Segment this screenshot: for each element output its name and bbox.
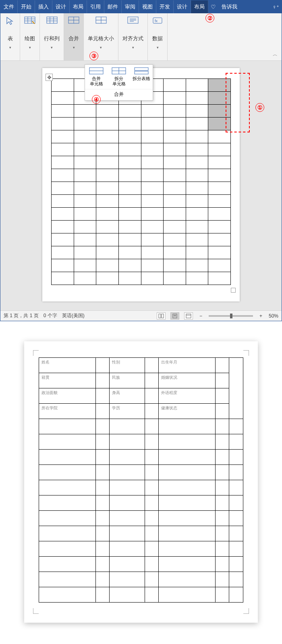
table-cell[interactable] [164,246,186,259]
table-cell[interactable] [74,233,96,246]
table-cell[interactable] [141,208,164,221]
table-cell[interactable] [118,156,141,169]
ribbon-group-cell-size[interactable]: 单元格大小 ▾ [84,13,118,60]
table-cell[interactable] [208,233,231,246]
document-table[interactable] [51,78,231,285]
table-cell[interactable] [118,169,141,182]
table-cell[interactable] [52,105,74,118]
tell-me-search[interactable]: 告诉我 [218,3,241,10]
table-cell[interactable] [52,79,74,92]
table-cell[interactable] [96,105,119,118]
table-cell[interactable] [74,156,96,169]
table-cell[interactable] [96,195,119,208]
table-cell[interactable] [164,272,186,285]
table-cell[interactable] [186,169,208,182]
tab-references[interactable]: 引用 [87,0,104,13]
table-cell[interactable] [208,246,231,259]
table-cell[interactable] [52,92,74,105]
ribbon-group-table[interactable]: 表 ▾ [0,13,20,60]
table-cell[interactable] [52,208,74,221]
table-cell[interactable] [141,195,164,208]
tab-table-layout[interactable]: 布局 [191,0,208,13]
table-cell[interactable] [96,259,119,272]
tab-developer[interactable]: 开发 [156,0,174,13]
table-cell[interactable] [52,143,74,156]
tab-review[interactable]: 审阅 [122,0,139,13]
table-cell[interactable] [164,79,186,92]
table-cell[interactable] [164,92,186,105]
table-cell[interactable] [96,156,119,169]
table-cell[interactable] [52,195,74,208]
table-move-handle[interactable]: ✥ [46,74,53,81]
table-cell[interactable] [164,208,186,221]
table-cell[interactable] [186,195,208,208]
table-cell[interactable] [96,169,119,182]
table-cell[interactable] [141,246,164,259]
merge-cells-button[interactable]: 合并 单元格 [85,65,108,89]
split-table-button[interactable]: 拆分表格 [130,65,153,89]
table-cell[interactable] [141,233,164,246]
table-cell[interactable] [96,208,119,221]
tab-insert[interactable]: 插入 [35,0,52,13]
table-cell[interactable] [186,182,208,195]
table-cell[interactable] [208,272,231,285]
table-cell[interactable] [52,272,74,285]
table-cell[interactable] [74,208,96,221]
table-cell[interactable] [52,246,74,259]
table-cell[interactable] [96,246,119,259]
table-cell[interactable] [141,221,164,233]
table-cell[interactable] [118,143,141,156]
table-cell[interactable] [141,259,164,272]
table-cell[interactable] [141,169,164,182]
table-cell[interactable] [208,169,231,182]
table-cell[interactable] [164,118,186,130]
table-cell[interactable] [74,143,96,156]
table-cell[interactable] [186,272,208,285]
table-cell[interactable] [164,233,186,246]
table-cell[interactable] [96,233,119,246]
page-indicator[interactable]: 第 1 页，共 1 页 [4,312,39,319]
table-cell[interactable] [186,233,208,246]
table-cell[interactable] [118,246,141,259]
table-cell[interactable] [186,118,208,130]
table-cell[interactable] [74,105,96,118]
ribbon-group-draw[interactable]: 绘图 ▾ [20,13,40,60]
table-cell[interactable] [208,143,231,156]
table-cell[interactable] [52,118,74,130]
table-cell[interactable] [186,92,208,105]
table-cell[interactable] [52,182,74,195]
table-cell[interactable] [74,130,96,143]
table-cell[interactable] [164,105,186,118]
table-cell[interactable] [118,105,141,118]
table-cell[interactable] [118,272,141,285]
table-cell[interactable] [141,182,164,195]
table-cell[interactable] [52,259,74,272]
zoom-out-button[interactable]: − [198,313,204,319]
print-layout-button[interactable] [170,312,179,320]
table-cell[interactable] [52,221,74,233]
web-layout-button[interactable] [184,312,193,320]
ribbon-group-merge[interactable]: 合并 ▾ [64,13,84,60]
ribbon-group-data[interactable]: fx 数据 ▾ [148,13,168,60]
table-cell[interactable] [96,272,119,285]
tab-table-design[interactable]: 设计 [174,0,191,13]
table-cell[interactable] [164,169,186,182]
zoom-in-button[interactable]: + [258,313,264,319]
table-cell[interactable] [52,169,74,182]
table-cell[interactable] [118,195,141,208]
tab-file[interactable]: 文件 [0,0,18,13]
table-cell[interactable] [208,195,231,208]
tab-view[interactable]: 视图 [139,0,156,13]
zoom-slider[interactable] [209,315,253,317]
table-cell[interactable] [164,182,186,195]
tab-mailings[interactable]: 邮件 [104,0,122,13]
table-cell[interactable] [141,272,164,285]
table-cell[interactable] [208,208,231,221]
table-cell[interactable] [74,246,96,259]
table-cell[interactable] [74,272,96,285]
table-cell[interactable] [118,130,141,143]
table-cell[interactable] [164,259,186,272]
table-cell[interactable] [74,169,96,182]
table-cell[interactable] [74,182,96,195]
table-cell[interactable] [74,195,96,208]
